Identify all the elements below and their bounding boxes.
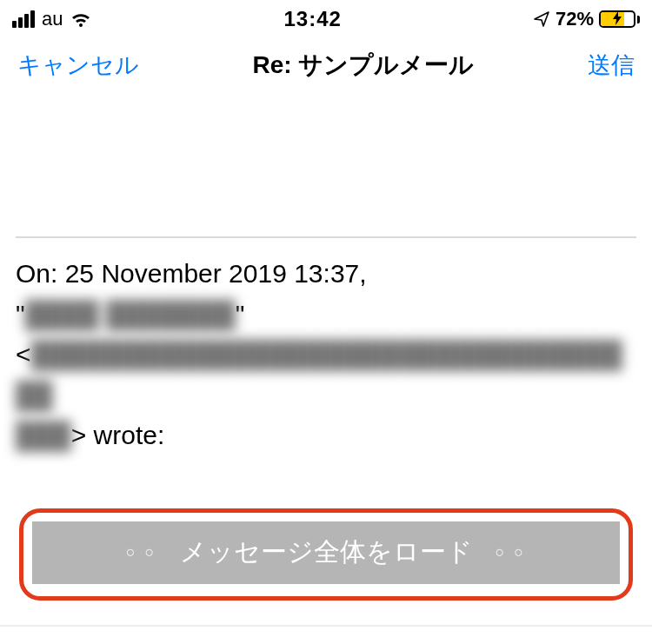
load-button-highlight-wrap: ○ ○ メッセージ全体をロード ○ ○ xyxy=(16,508,636,601)
quote-email-blurred-cont: ███ xyxy=(16,421,71,449)
bottom-separator xyxy=(0,625,652,627)
send-button[interactable]: 送信 xyxy=(588,50,635,81)
quote-email-blurred: ██████████████████████████████████ xyxy=(16,340,622,409)
battery-icon xyxy=(599,10,640,28)
load-full-message-button[interactable]: ○ ○ メッセージ全体をロード ○ ○ xyxy=(32,521,620,584)
quote-divider xyxy=(16,236,636,238)
message-body-input[interactable] xyxy=(16,97,636,236)
wifi-icon xyxy=(70,10,92,28)
dots-right-icon: ○ ○ xyxy=(496,543,527,561)
clock: 13:42 xyxy=(284,7,342,31)
carrier-label: au xyxy=(42,8,63,30)
quote-sender-name-blurred: ████ ███████ xyxy=(25,300,236,329)
cancel-button[interactable]: キャンセル xyxy=(17,50,139,81)
load-full-message-label: メッセージ全体をロード xyxy=(180,534,473,570)
status-left: au xyxy=(12,8,92,30)
quote-angle-open: < xyxy=(16,340,31,368)
quote-open-q: " xyxy=(16,300,25,329)
quote-wrote: > wrote: xyxy=(71,421,165,449)
compose-title: Re: サンプルメール xyxy=(139,49,588,82)
status-right: 72% xyxy=(533,8,640,30)
battery-percent: 72% xyxy=(556,8,594,30)
compose-nav-bar: キャンセル Re: サンプルメール 送信 xyxy=(0,38,652,92)
quote-date-line: On: 25 November 2019 13:37, xyxy=(16,259,367,288)
dots-left-icon: ○ ○ xyxy=(126,543,157,561)
cellular-signal-icon xyxy=(12,10,35,28)
compose-body: On: 25 November 2019 13:37, "████ ██████… xyxy=(0,92,652,601)
quoted-header: On: 25 November 2019 13:37, "████ ██████… xyxy=(16,254,636,456)
location-arrow-icon xyxy=(533,10,550,28)
tutorial-highlight: ○ ○ メッセージ全体をロード ○ ○ xyxy=(19,508,633,601)
quote-close-q: " xyxy=(236,300,245,329)
status-bar: au 13:42 72% xyxy=(0,0,652,38)
